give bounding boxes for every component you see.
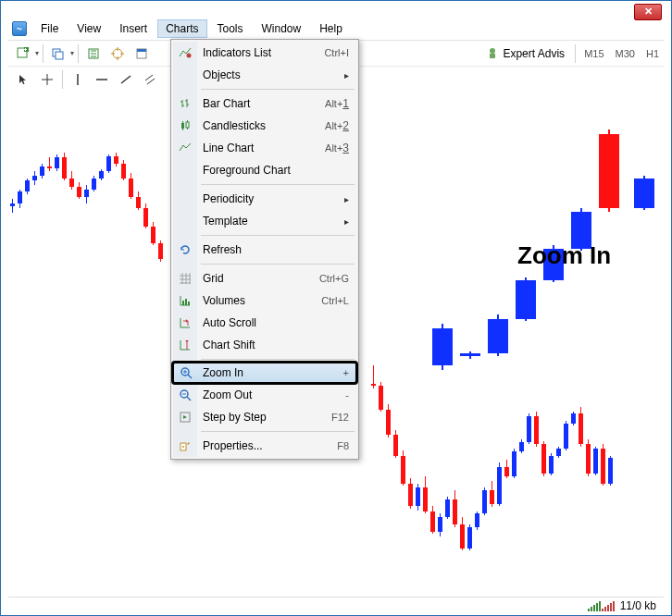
menu-item-grid[interactable]: GridCtrl+G (173, 267, 356, 290)
vertical-line-button[interactable] (67, 69, 89, 90)
menu-tools[interactable]: Tools (209, 19, 252, 38)
menu-shortcut: Ctrl+G (319, 273, 349, 284)
menu-item-line-chart[interactable]: Line ChartAlt+3 (173, 137, 356, 159)
menu-item-properties[interactable]: Properties...F8 (173, 435, 356, 457)
crosshair-button[interactable] (106, 43, 129, 64)
properties-icon (178, 438, 193, 453)
menu-help[interactable]: Help (311, 19, 351, 38)
refresh-icon (178, 242, 193, 257)
connection-bars-icon (588, 600, 615, 611)
expert-advisors-button[interactable]: Expert Advis (479, 43, 571, 64)
svg-rect-57 (386, 410, 391, 435)
cursor-button[interactable] (12, 69, 34, 90)
timeframe-m30[interactable]: M30 (611, 46, 640, 61)
menu-shortcut: F8 (337, 440, 349, 451)
menu-item-label: Volumes (203, 294, 321, 307)
horizontal-line-button[interactable] (91, 69, 113, 90)
menu-item-zoom-in[interactable]: Zoom In+ (173, 363, 356, 383)
svg-rect-85 (490, 490, 494, 504)
svg-rect-103 (556, 449, 561, 456)
svg-rect-107 (571, 413, 576, 424)
svg-rect-89 (504, 467, 509, 476)
menu-item-label: Line Chart (203, 142, 325, 154)
crosshair-tool-button[interactable] (36, 69, 58, 90)
menu-item-label: Step by Step (203, 411, 331, 424)
indicators-icon (178, 45, 193, 60)
svg-rect-23 (55, 157, 59, 168)
svg-rect-83 (482, 490, 487, 513)
menu-insert[interactable]: Insert (111, 19, 156, 38)
svg-rect-39 (114, 156, 118, 164)
menu-item-objects[interactable]: Objects▸ (173, 64, 356, 86)
caret-icon[interactable]: ▾ (70, 49, 74, 57)
menu-shortcut: Alt+2 (325, 119, 349, 132)
menu-shortcut: Alt+3 (325, 142, 349, 154)
profiles-button[interactable] (47, 43, 69, 64)
svg-rect-51 (158, 243, 163, 259)
menu-item-label: Candlesticks (203, 119, 325, 132)
menu-item-zoom-out[interactable]: Zoom Out- (173, 384, 356, 406)
svg-rect-25 (62, 157, 67, 179)
blank-icon (178, 191, 193, 206)
menu-item-chart-shift[interactable]: Chart Shift (173, 334, 356, 356)
data-window-button[interactable] (131, 43, 153, 64)
svg-rect-27 (69, 179, 74, 187)
line-chart-icon (178, 141, 193, 155)
status-bar: 11/0 kb (8, 597, 664, 613)
menu-charts[interactable]: Charts (157, 19, 206, 38)
menu-item-template[interactable]: Template▸ (173, 210, 356, 232)
svg-rect-31 (84, 190, 89, 197)
svg-rect-133 (634, 179, 654, 208)
menu-item-auto-scroll[interactable]: Auto Scroll (173, 312, 356, 334)
menu-shortcut: Alt+1 (325, 97, 349, 110)
zoom-out-icon (178, 388, 193, 402)
svg-rect-119 (432, 328, 453, 365)
svg-rect-37 (106, 156, 111, 171)
menu-file[interactable]: File (32, 19, 67, 38)
grid-icon (178, 271, 193, 286)
svg-rect-15 (25, 180, 30, 191)
svg-rect-35 (99, 171, 104, 179)
menu-shortcut: + (343, 367, 349, 378)
candlesticks-icon (178, 118, 193, 133)
svg-rect-105 (564, 424, 568, 449)
svg-rect-91 (512, 451, 516, 476)
timeframe-m15[interactable]: M15 (579, 46, 608, 61)
svg-rect-7 (137, 49, 146, 52)
svg-rect-137 (182, 301, 184, 305)
svg-rect-69 (430, 511, 435, 532)
submenu-arrow-icon: ▸ (344, 194, 349, 204)
volumes-icon (178, 293, 193, 308)
timeframe-h1[interactable]: H1 (641, 46, 664, 61)
menu-item-bar-chart[interactable]: Bar ChartAlt+1 (173, 92, 356, 115)
svg-rect-13 (18, 191, 22, 203)
trendline-button[interactable] (115, 69, 137, 90)
svg-rect-9 (490, 54, 495, 58)
menu-item-label: Auto Scroll (203, 316, 349, 329)
menu-item-step-by-step[interactable]: Step by StepF12 (173, 406, 356, 428)
app-icon: ~ (12, 21, 27, 36)
menu-item-periodicity[interactable]: Periodicity▸ (173, 188, 356, 210)
caret-icon[interactable]: ▾ (35, 49, 39, 57)
svg-rect-99 (541, 444, 546, 474)
new-chart-button[interactable] (12, 43, 34, 64)
svg-rect-87 (497, 467, 502, 504)
svg-rect-77 (460, 524, 465, 548)
svg-rect-111 (586, 444, 591, 474)
channel-button[interactable] (139, 69, 161, 90)
svg-point-8 (490, 48, 495, 54)
svg-rect-19 (40, 166, 44, 176)
market-watch-button[interactable] (82, 43, 105, 64)
svg-rect-41 (121, 164, 126, 179)
menu-item-indicators-list[interactable]: Indicators ListCtrl+I (173, 42, 356, 64)
menu-item-volumes[interactable]: VolumesCtrl+L (173, 290, 356, 312)
autoscroll-icon (178, 315, 193, 330)
menu-item-foreground-chart[interactable]: Foreground Chart (173, 159, 356, 181)
chartshift-icon (178, 338, 193, 352)
menu-view[interactable]: View (68, 19, 109, 38)
menu-item-candlesticks[interactable]: CandlesticksAlt+2 (173, 115, 356, 137)
menu-item-label: Template (203, 215, 344, 228)
menu-window[interactable]: Window (254, 19, 310, 38)
svg-rect-123 (488, 319, 508, 353)
menu-item-refresh[interactable]: Refresh (173, 239, 356, 261)
